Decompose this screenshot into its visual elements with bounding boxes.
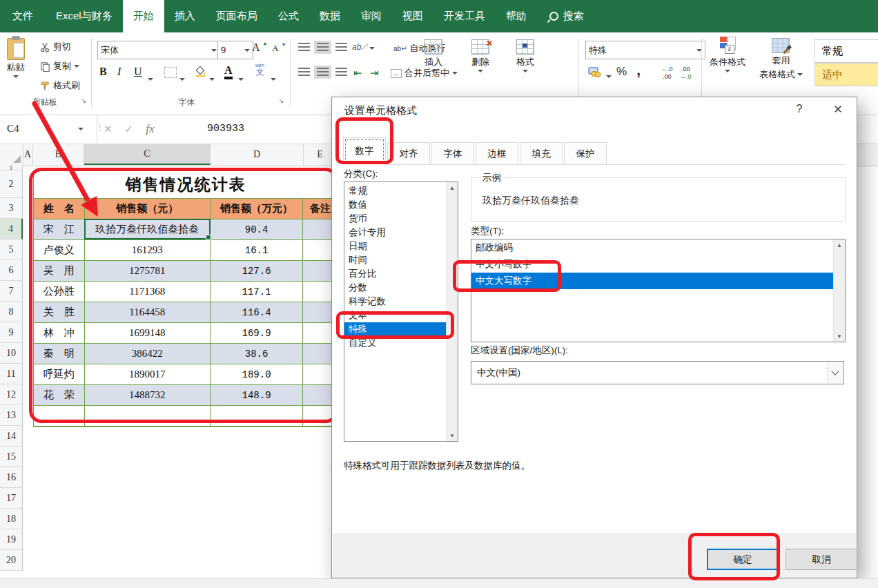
row-header[interactable]: 3 bbox=[0, 198, 23, 219]
italic-button[interactable]: I bbox=[117, 66, 121, 78]
align-center-button[interactable] bbox=[314, 66, 331, 79]
paste-button[interactable]: 粘贴 bbox=[7, 38, 25, 78]
row-header[interactable]: 2 bbox=[0, 170, 23, 198]
align-top-button[interactable] bbox=[295, 41, 313, 54]
insert-cells-button[interactable]: ← 插入 bbox=[425, 39, 442, 72]
format-as-table-button[interactable]: 套用 表格格式 bbox=[759, 37, 803, 81]
fill-color-chevron[interactable] bbox=[209, 71, 215, 84]
row-header[interactable]: 9 bbox=[0, 322, 23, 343]
ribbon-tab[interactable]: 视图 bbox=[392, 0, 433, 32]
cell-style-normal[interactable]: 常规 bbox=[814, 39, 878, 63]
decrease-indent-button[interactable]: ⇤ bbox=[353, 67, 362, 79]
cell-wan[interactable]: 189.0 bbox=[211, 364, 303, 385]
align-middle-button[interactable] bbox=[314, 41, 331, 54]
increase-font-button[interactable]: A▲ bbox=[252, 41, 268, 54]
cell-wan[interactable]: 16.1 bbox=[211, 240, 303, 261]
row-header[interactable]: 13 bbox=[0, 405, 23, 426]
percent-style-button[interactable]: % bbox=[616, 65, 627, 79]
column-header[interactable]: B bbox=[33, 144, 84, 165]
row-header[interactable]: 5 bbox=[0, 239, 23, 260]
category-item[interactable]: 时间 bbox=[344, 253, 458, 267]
decrease-font-button[interactable]: A▼ bbox=[272, 43, 286, 54]
row-header[interactable]: 15 bbox=[0, 447, 23, 467]
column-header[interactable]: C bbox=[84, 144, 211, 165]
row-header[interactable]: 4 bbox=[0, 219, 23, 239]
cell-sales[interactable]: 1488732 bbox=[85, 385, 211, 406]
ribbon-tab[interactable]: 开发工具 bbox=[433, 0, 496, 32]
category-item[interactable]: 数值 bbox=[344, 198, 458, 212]
combo-chevron-box[interactable] bbox=[827, 362, 843, 383]
cell-wan[interactable]: 169.9 bbox=[211, 323, 303, 344]
borders-icon[interactable] bbox=[164, 67, 177, 78]
font-name-combo[interactable]: 宋体 bbox=[97, 41, 220, 59]
category-item[interactable]: 特殊 bbox=[344, 322, 458, 336]
formula-bar-drag-handle[interactable]: ⋮ bbox=[95, 121, 104, 132]
cell-sales[interactable]: 386422 bbox=[85, 344, 211, 364]
borders-chevron[interactable] bbox=[179, 71, 185, 84]
ribbon-tab[interactable]: 公式 bbox=[268, 0, 309, 32]
cancel-icon[interactable]: ✕ bbox=[104, 123, 113, 135]
close-icon[interactable]: ✕ bbox=[826, 103, 850, 121]
increase-indent-button[interactable]: ⇥ bbox=[370, 67, 379, 79]
cell-wan[interactable]: 38.6 bbox=[211, 344, 303, 364]
row-header[interactable]: 10 bbox=[0, 343, 23, 364]
header-name[interactable]: 姓 名 bbox=[34, 199, 85, 219]
dialog-tab[interactable]: 边框 bbox=[476, 142, 518, 164]
align-bottom-button[interactable] bbox=[333, 41, 350, 54]
ok-button[interactable]: 确定 bbox=[707, 549, 779, 570]
cell-wan[interactable]: 116.4 bbox=[211, 302, 303, 323]
underline-options-chevron[interactable] bbox=[148, 71, 153, 84]
locale-combo[interactable]: 中文(中国) bbox=[471, 361, 844, 384]
cell-sales[interactable]: 1890017 bbox=[85, 364, 211, 385]
orientation-button[interactable]: ab⟋ bbox=[352, 42, 375, 52]
font-dialog-launcher[interactable]: ↘ bbox=[277, 96, 284, 105]
category-item[interactable]: 常规 bbox=[344, 184, 458, 198]
type-item[interactable]: 中文大写数字 bbox=[471, 273, 845, 289]
ribbon-tab[interactable]: 帮助 bbox=[496, 0, 537, 32]
ribbon-tab[interactable]: 开始 bbox=[123, 0, 164, 32]
scroll-up-icon[interactable]: ▲ bbox=[834, 239, 845, 251]
format-painter-button[interactable]: 格式刷 bbox=[40, 79, 80, 92]
phonetic-chevron[interactable] bbox=[271, 71, 276, 84]
bold-button[interactable]: B bbox=[99, 66, 107, 78]
dialog-tab[interactable]: 对齐 bbox=[387, 142, 430, 164]
row-header[interactable]: 17 bbox=[0, 488, 23, 509]
cell-wan[interactable]: 117.1 bbox=[211, 282, 303, 302]
cell-wan[interactable]: 148.9 bbox=[211, 385, 303, 406]
dialog-tab[interactable]: 保护 bbox=[564, 142, 607, 164]
type-item[interactable]: 中文小写数字 bbox=[471, 256, 845, 273]
scroll-down-icon[interactable]: ▼ bbox=[447, 430, 458, 441]
cut-button[interactable]: 剪切 bbox=[40, 41, 71, 53]
align-right-button[interactable] bbox=[333, 66, 350, 79]
ribbon-tab[interactable]: 数据 bbox=[309, 0, 351, 32]
ribbon-tab[interactable]: Excel与财务 bbox=[46, 0, 123, 32]
cancel-button[interactable]: 取消 bbox=[786, 549, 857, 570]
row-header[interactable]: 16 bbox=[0, 467, 23, 488]
clipboard-dialog-launcher[interactable]: ↘ bbox=[80, 96, 87, 105]
header-sales-wan[interactable]: 销售额（万元） bbox=[211, 199, 303, 219]
cell-name[interactable]: 呼延灼 bbox=[34, 364, 85, 385]
row-header[interactable]: 14 bbox=[0, 426, 23, 447]
cell-wan[interactable]: 127.6 bbox=[211, 261, 303, 282]
phonetic-guide-button[interactable]: wén文 bbox=[255, 63, 264, 76]
type-item[interactable]: 邮政编码 bbox=[471, 239, 845, 256]
category-item[interactable]: 分数 bbox=[344, 281, 458, 295]
dialog-tab[interactable]: 字体 bbox=[431, 142, 474, 164]
decrease-decimal-button[interactable]: .00→.0 bbox=[680, 66, 692, 81]
cell-name[interactable]: 秦 明 bbox=[34, 344, 85, 364]
underline-button[interactable]: U bbox=[134, 66, 142, 78]
cell-name[interactable]: 公孙胜 bbox=[34, 282, 85, 302]
cell-name[interactable]: 吴 用 bbox=[34, 261, 85, 282]
font-color-button[interactable]: A bbox=[224, 64, 233, 79]
category-item[interactable]: 货币 bbox=[344, 212, 458, 226]
row-header[interactable]: 8 bbox=[0, 302, 23, 322]
row-header[interactable]: 20 bbox=[0, 550, 23, 571]
row-header[interactable]: 12 bbox=[0, 384, 23, 405]
dialog-tab[interactable]: 数字 bbox=[343, 137, 386, 165]
type-scrollbar[interactable]: ▲ ▼ bbox=[833, 239, 845, 342]
copy-button[interactable]: 复制 bbox=[40, 60, 79, 72]
comma-style-button[interactable]: , bbox=[636, 61, 641, 79]
category-item[interactable]: 文本 bbox=[344, 308, 458, 322]
cell-name[interactable]: 关 胜 bbox=[34, 302, 85, 323]
number-format-combo[interactable]: 特殊 bbox=[585, 41, 705, 59]
